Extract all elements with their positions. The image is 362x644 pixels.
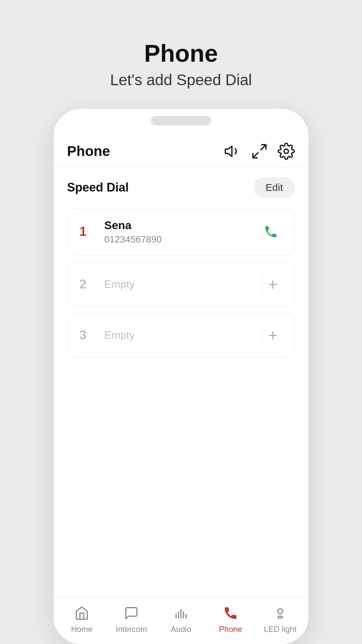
svg-line-1 <box>261 145 266 150</box>
expand-icon-btn[interactable] <box>251 143 268 160</box>
nav-label-led-light: LED light <box>264 625 296 634</box>
nav-item-phone[interactable]: Phone <box>214 604 247 634</box>
bottom-nav: Home Intercom <box>54 597 308 644</box>
settings-icon-btn[interactable] <box>278 143 295 160</box>
add-button-2[interactable] <box>262 274 283 294</box>
dial-info-1: Sena 01234567890 <box>96 218 259 245</box>
call-button-1[interactable] <box>259 220 283 244</box>
top-bar-title: Phone <box>67 143 110 159</box>
page-title: Phone <box>110 40 252 67</box>
nav-label-intercom: Intercom <box>116 625 147 634</box>
dial-phone-1: 01234567890 <box>104 234 259 245</box>
add-button-3[interactable] <box>262 325 283 345</box>
nav-item-home[interactable]: Home <box>65 604 99 634</box>
dial-empty-3: Empty <box>96 329 256 341</box>
gear-icon <box>278 143 295 160</box>
plus-icon-2 <box>266 278 279 291</box>
dial-index-3: 3 <box>79 328 96 342</box>
speaker-icon-btn[interactable] <box>224 143 241 160</box>
speed-dial-card-1: 1 Sena 01234567890 <box>67 208 295 255</box>
plus-icon-3 <box>266 329 279 342</box>
nav-item-intercom[interactable]: Intercom <box>115 604 148 634</box>
page-header: Phone Let's add Speed Dial <box>110 0 252 89</box>
content-area: Speed Dial Edit 1 Sena 01234567890 2 <box>54 167 308 597</box>
speaker-icon <box>224 143 241 160</box>
nav-label-phone: Phone <box>219 625 242 634</box>
svg-line-2 <box>253 153 258 158</box>
nav-item-led-light[interactable]: LED light <box>263 604 297 634</box>
phone-notch <box>151 116 211 125</box>
page-subtitle: Let's add Speed Dial <box>110 71 252 89</box>
expand-icon <box>251 143 268 160</box>
audio-icon <box>172 604 190 622</box>
dial-name-1: Sena <box>104 218 259 232</box>
dial-empty-2: Empty <box>96 278 256 290</box>
edit-button[interactable]: Edit <box>253 177 295 198</box>
home-icon <box>73 604 90 622</box>
phone-nav-icon <box>222 604 239 622</box>
intercom-icon <box>123 604 140 622</box>
phone-icon-green <box>263 224 278 239</box>
dial-index-2: 2 <box>79 277 96 291</box>
phone-screen: Phone <box>54 132 308 644</box>
phone-mockup: Phone <box>54 109 308 644</box>
dial-index-1: 1 <box>79 224 96 239</box>
phone-notch-area <box>54 109 308 132</box>
svg-marker-0 <box>225 146 232 156</box>
speed-dial-card-2: 2 Empty <box>67 263 295 306</box>
speed-dial-card-3: 3 Empty <box>67 314 295 357</box>
top-bar-icons <box>224 143 295 160</box>
svg-point-3 <box>284 149 289 154</box>
nav-item-audio[interactable]: Audio <box>164 604 198 634</box>
nav-label-audio: Audio <box>171 625 191 634</box>
section-header: Speed Dial Edit <box>67 177 295 198</box>
section-title: Speed Dial <box>67 180 129 195</box>
svg-point-13 <box>278 609 283 614</box>
nav-label-home: Home <box>71 625 93 634</box>
top-bar: Phone <box>54 132 308 167</box>
led-light-icon <box>272 604 289 622</box>
